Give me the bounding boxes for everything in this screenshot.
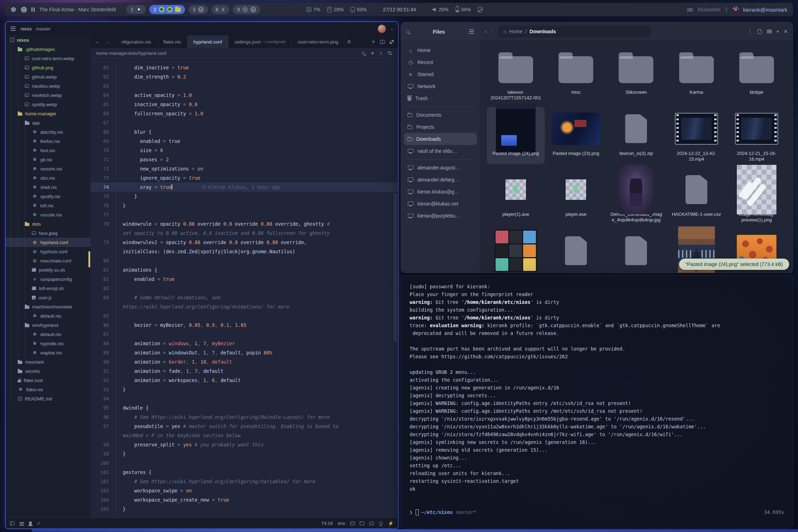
sidebar-item-vault-of-the-eldu-[interactable]: vault of the eldu… bbox=[404, 145, 477, 157]
code-line[interactable]: 76} bbox=[91, 201, 398, 210]
tree-item[interactable]: home-manager bbox=[6, 109, 91, 118]
sidebar-item-kieran-purplebu-[interactable]: kieran@purplebu… bbox=[404, 210, 477, 222]
tree-item[interactable]: nixos bbox=[6, 35, 91, 45]
file-item[interactable]: player.ase bbox=[547, 168, 605, 225]
code-line[interactable]: 91 animation = fade, 1, 7, default bbox=[91, 366, 398, 376]
tree-item[interactable]: flake.lock bbox=[6, 376, 91, 385]
file-item[interactable]: takeout-20241207T155714Z-001 bbox=[487, 46, 545, 103]
code-line[interactable]: 92 animation = workspaces, 1, 6, default bbox=[91, 376, 398, 385]
tree-item[interactable]: flake.nix bbox=[6, 385, 91, 394]
code-line[interactable]: 86 bezier = myBezier, 0.05, 0.9, 0.1, 1.… bbox=[91, 320, 398, 330]
code-line[interactable]: 66 fullscreen_opacity = 1.0 bbox=[91, 109, 398, 118]
code-line[interactable]: 74 xray = trueKieran Klukas, 1 hour ago bbox=[91, 183, 398, 192]
tree-item[interactable]: user.js bbox=[6, 293, 91, 302]
tree-item[interactable]: .github/images bbox=[6, 45, 91, 54]
tree-item[interactable]: tofi-emoji.sh bbox=[6, 284, 91, 293]
code-line[interactable]: 98 preserve_split = yes # you probably w… bbox=[91, 440, 398, 449]
file-item[interactable]: Karma bbox=[667, 46, 725, 103]
code-line[interactable]: 99} bbox=[91, 449, 398, 458]
path-bar[interactable]: ⌂ Home / Downloads bbox=[498, 25, 650, 37]
code-line[interactable]: 64 active_opacity = 1.0 bbox=[91, 91, 398, 100]
files-menu-icon[interactable] bbox=[469, 31, 474, 32]
tree-item[interactable]: wm/hyprland bbox=[6, 320, 91, 330]
editor-settings-icon[interactable] bbox=[387, 52, 392, 55]
code-line[interactable]: 71 passes = 2 bbox=[91, 155, 398, 164]
tree-item[interactable]: cool-retro-term.webp bbox=[6, 54, 91, 63]
tree-item[interactable]: shell.nix bbox=[6, 183, 91, 192]
tree-item[interactable]: nautilus.webp bbox=[6, 81, 91, 91]
tree-item[interactable]: neofetch.webp bbox=[6, 91, 91, 100]
code-line[interactable]: 67 bbox=[91, 118, 398, 127]
file-item[interactable]: Pasted image (23).png bbox=[547, 107, 605, 164]
file-item[interactable]: 2024-12-21_15-16-16.mp4 bbox=[728, 107, 786, 164]
tree-item[interactable]: obs.nix bbox=[6, 173, 91, 183]
file-item[interactable]: DoubloonLeaderboard.csv bbox=[547, 229, 605, 273]
editor-tab[interactable]: R bbox=[345, 35, 354, 48]
code-line[interactable]: 102 # See https://wiki.hyprland.org/Conf… bbox=[91, 477, 398, 486]
code-line[interactable]: 63 bbox=[91, 81, 398, 91]
editor-tab[interactable]: cool-retro-term.png bbox=[291, 35, 345, 48]
code-line[interactable]: 69 enabled = true bbox=[91, 137, 398, 146]
assistant-icon[interactable] bbox=[350, 521, 355, 525]
code-line[interactable]: set opacity to 0.88 active, 0.8 inactive… bbox=[91, 229, 398, 238]
code-line[interactable]: 94 bbox=[91, 394, 398, 403]
editor-scrollbar[interactable] bbox=[394, 193, 397, 342]
code-line[interactable]: 103 workspace_swipe = on bbox=[91, 486, 398, 495]
cursor-position[interactable]: 74:18 bbox=[321, 521, 333, 526]
sidebar-item-recent[interactable]: Recent bbox=[404, 56, 477, 68]
sidebar-item-documents[interactable]: Documents bbox=[404, 109, 477, 121]
code-line[interactable]: 78windowrule = opacity 0.88 override 0.8… bbox=[91, 219, 398, 229]
tree-item[interactable]: default.nix bbox=[6, 330, 91, 339]
workspace-pill[interactable]: 3? bbox=[189, 5, 208, 14]
spotify-icon[interactable] bbox=[21, 7, 27, 13]
performance-icon[interactable]: ⚡ bbox=[388, 521, 394, 526]
code-line[interactable]: 75 } bbox=[91, 192, 398, 201]
volume-stat[interactable]: 20% bbox=[432, 7, 449, 12]
tray-icon[interactable] bbox=[734, 8, 737, 11]
file-item[interactable]: Pasted image (24).png bbox=[487, 107, 545, 164]
tree-item[interactable]: waybar.nix bbox=[6, 348, 91, 357]
tree-item[interactable]: spotify.webp bbox=[6, 100, 91, 109]
code-line[interactable]: 88 animation = windows, 1, 7, myBezier bbox=[91, 339, 398, 348]
project-panel-toggle-icon[interactable] bbox=[10, 521, 15, 525]
code-line[interactable]: 89 animation = windowsOut, 1, 7, default… bbox=[91, 348, 398, 357]
code-line[interactable]: 97 pseudotile = yes # master switch for … bbox=[91, 422, 398, 431]
code-line[interactable]: 70 size = 6 bbox=[91, 146, 398, 155]
sidebar-item-downloads[interactable]: Downloads bbox=[404, 133, 477, 145]
tree-item[interactable]: README.md bbox=[6, 394, 91, 403]
menu-icon[interactable] bbox=[11, 28, 16, 29]
file-item[interactable]: HACKATIME-1-user.csv bbox=[667, 168, 725, 225]
sidebar-item-projects[interactable]: Projects bbox=[404, 121, 477, 133]
tablet-mode-icon[interactable] bbox=[478, 7, 482, 12]
code-line[interactable]: 79windowrulev2 = opacity 0.88 override 0… bbox=[91, 238, 398, 247]
workspace-pill[interactable]: 9? bbox=[233, 5, 260, 14]
code-line[interactable]: 62 dim_strength = 0.2 bbox=[91, 72, 398, 81]
new-folder-icon[interactable] bbox=[758, 29, 762, 34]
split-pane-icon[interactable] bbox=[380, 40, 385, 44]
tree-item[interactable]: firefox.nix bbox=[6, 137, 91, 146]
clock[interactable]: 27/12 00:51:44 bbox=[383, 7, 416, 12]
tree-item[interactable]: git.nix bbox=[6, 155, 91, 164]
code-line[interactable]: 85 bbox=[91, 311, 398, 320]
editor-tab[interactable]: nfiguration.nix bbox=[115, 35, 157, 48]
tree-item[interactable]: github.png bbox=[6, 63, 91, 72]
tree-item[interactable]: hypridle.nix bbox=[6, 339, 91, 348]
code-line[interactable]: 96 # See https://wiki.hyprland.org/Confi… bbox=[91, 412, 398, 422]
cursor-select-icon[interactable]: I bbox=[380, 51, 382, 56]
nixos-logo-icon[interactable]: ❆ bbox=[11, 6, 16, 13]
code-line[interactable]: 101gestures { bbox=[91, 468, 398, 477]
sidebar-item-trash[interactable]: Trash bbox=[404, 92, 477, 104]
tree-item[interactable]: github.webp bbox=[6, 72, 91, 81]
wifi-icon[interactable] bbox=[687, 7, 693, 12]
tree-item[interactable]: tofi.nix bbox=[6, 201, 91, 210]
tree-item[interactable]: sunpaperconfig bbox=[6, 274, 91, 284]
files-search-icon[interactable] bbox=[406, 30, 409, 33]
search-icon[interactable] bbox=[362, 52, 365, 55]
code-line[interactable]: 93} bbox=[91, 385, 398, 394]
file-item[interactable]: misc bbox=[547, 46, 605, 103]
file-item[interactable]: blobjar bbox=[728, 46, 786, 103]
terminal-window[interactable]: [sudo] password for kierank:Place your f… bbox=[401, 275, 793, 528]
view-options-caret-icon[interactable]: ▾ bbox=[777, 29, 779, 34]
tree-item[interactable]: secrets bbox=[6, 366, 91, 376]
tree-item[interactable]: default.nix bbox=[6, 311, 91, 320]
